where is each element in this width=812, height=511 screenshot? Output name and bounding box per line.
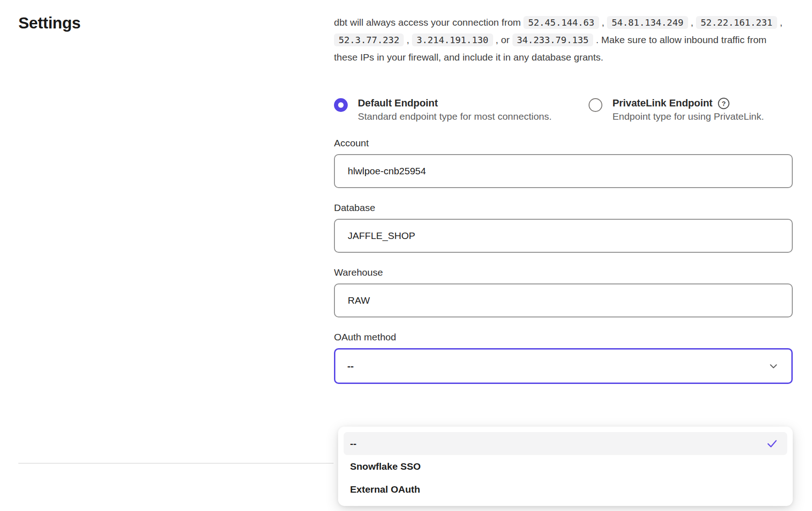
notice-text: , — [599, 17, 607, 28]
field-group-oauth-method: OAuth method -- — [334, 332, 793, 384]
dropdown-option-external-oauth[interactable]: External OAuth — [344, 478, 787, 501]
field-label: Database — [334, 202, 793, 213]
radio-texts: Default Endpoint Standard endpoint type … — [358, 97, 552, 124]
ip-chip: 34.233.79.135 — [512, 33, 594, 46]
radio-description: Endpoint type for using PrivateLink. — [612, 111, 764, 122]
page-title: Settings — [18, 14, 81, 32]
radio-option-privatelink-endpoint[interactable]: PrivateLink Endpoint ? Endpoint type for… — [589, 97, 764, 124]
section-divider — [18, 463, 334, 464]
settings-page: Settings dbt will always access your con… — [0, 0, 812, 511]
notice-text: , — [688, 17, 696, 28]
field-group-warehouse: Warehouse — [334, 267, 793, 317]
radio-label: PrivateLink Endpoint — [612, 97, 712, 109]
notice-text: , — [777, 17, 783, 28]
ip-chip: 52.45.144.63 — [523, 16, 599, 29]
notice-text: , — [404, 34, 412, 45]
field-group-database: Database — [334, 202, 793, 253]
ip-chip: 52.22.161.231 — [696, 16, 777, 29]
warehouse-input[interactable] — [334, 283, 793, 317]
notice-text: dbt will always access your connection f… — [334, 17, 523, 28]
option-label: External OAuth — [350, 484, 420, 495]
radio-unselected-icon[interactable] — [589, 98, 602, 112]
field-label: Warehouse — [334, 267, 793, 278]
ip-chip: 3.214.191.130 — [412, 33, 493, 46]
oauth-method-dropdown-menu: -- Snowflake SSO External OAuth — [338, 427, 793, 506]
select-value: -- — [347, 361, 354, 372]
option-label: -- — [350, 438, 356, 449]
account-input[interactable] — [334, 154, 793, 188]
dropdown-option-none[interactable]: -- — [344, 432, 787, 455]
radio-description: Standard endpoint type for most connecti… — [358, 111, 552, 122]
chevron-down-icon — [768, 360, 779, 372]
radio-texts: PrivateLink Endpoint ? Endpoint type for… — [612, 97, 764, 124]
help-question-icon[interactable]: ? — [718, 98, 729, 109]
endpoint-type-radio-group: Default Endpoint Standard endpoint type … — [334, 97, 793, 124]
database-input[interactable] — [334, 219, 793, 253]
radio-label: Default Endpoint — [358, 97, 438, 109]
field-group-account: Account — [334, 138, 793, 188]
ip-chip: 52.3.77.232 — [334, 33, 404, 46]
field-label: Account — [334, 138, 793, 149]
radio-option-default-endpoint[interactable]: Default Endpoint Standard endpoint type … — [334, 97, 589, 124]
dropdown-option-snowflake-sso[interactable]: Snowflake SSO — [344, 455, 787, 478]
option-label: Snowflake SSO — [350, 461, 421, 472]
field-label: OAuth method — [334, 332, 793, 343]
radio-selected-icon[interactable] — [334, 98, 348, 112]
oauth-method-select[interactable]: -- — [334, 348, 793, 384]
ip-chip: 54.81.134.249 — [607, 16, 688, 29]
notice-text: , or — [493, 34, 512, 45]
check-icon — [765, 437, 779, 450]
connection-settings-panel: dbt will always access your connection f… — [334, 14, 793, 384]
ip-allowlist-notice: dbt will always access your connection f… — [334, 14, 793, 66]
